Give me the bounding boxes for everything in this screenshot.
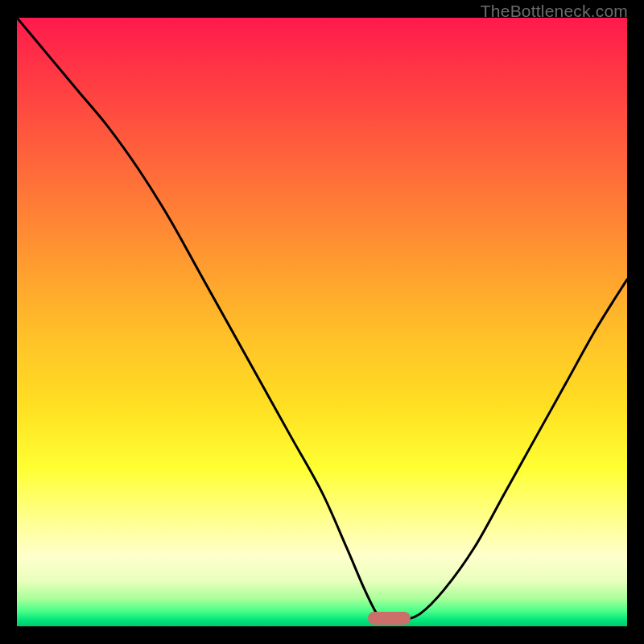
watermark-text: TheBottleneck.com (481, 2, 628, 21)
optimum-marker (368, 612, 411, 625)
chart-container: TheBottleneck.com (0, 0, 644, 644)
bottleneck-curve-svg (17, 18, 627, 626)
bottleneck-curve (17, 18, 627, 621)
